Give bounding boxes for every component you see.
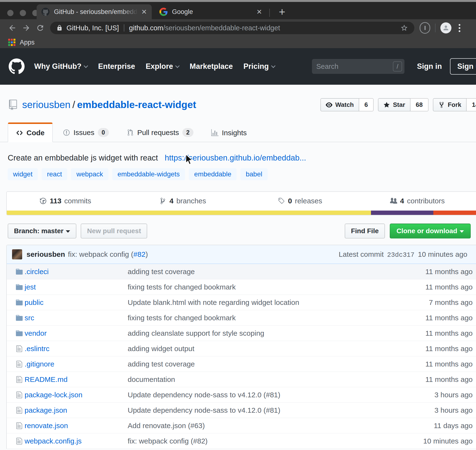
commit-message-link[interactable]: fixing tests for changed bookmark	[128, 283, 401, 291]
browser-tab-google[interactable]: Google ✕	[155, 4, 267, 19]
commit-sha-link[interactable]: 23dc317	[386, 251, 416, 259]
commit-message-link[interactable]: adding widget output	[128, 345, 401, 353]
file-icon	[14, 360, 25, 368]
commit-author-link[interactable]: seriousben	[26, 250, 65, 258]
github-nav-links: Why GitHub?EnterpriseExploreMarketplaceP…	[34, 62, 275, 71]
commit-message-link[interactable]: adding test coverage	[128, 268, 401, 276]
table-row: package-lock.jsonUpdate dependency node-…	[7, 387, 476, 403]
browser-menu-icon[interactable]	[457, 22, 462, 34]
tab-insights[interactable]: Insights	[204, 124, 254, 142]
topic-babel[interactable]: babel	[240, 168, 268, 180]
repo-owner-link[interactable]: seriousben	[22, 99, 71, 110]
repo-website-link[interactable]: https://seriousben.github.io/embeddab...	[165, 153, 306, 162]
address-bar[interactable]: GitHub, Inc. [US] github.com/seriousben/…	[50, 22, 414, 34]
github-search[interactable]: /	[312, 59, 404, 74]
commit-message-link[interactable]: fixing tests for changed bookmark	[128, 314, 401, 322]
file-name-link[interactable]: vendor	[25, 329, 128, 337]
window-controls[interactable]	[7, 10, 39, 16]
folder-icon	[14, 268, 25, 276]
nav-item-why-github[interactable]: Why GitHub?	[34, 62, 87, 71]
search-shortcut-badge: /	[393, 61, 402, 71]
file-name-link[interactable]: README.md	[25, 375, 128, 384]
file-age: 11 months ago	[401, 329, 476, 337]
nav-item-explore[interactable]: Explore	[146, 62, 179, 71]
watch-button[interactable]: Watch	[320, 98, 359, 111]
fork-count[interactable]: 14	[467, 98, 476, 111]
browser-tab-github[interactable]: GitHub - seriousben/embeddal ✕	[37, 4, 152, 19]
stat-branches[interactable]: 4branches	[124, 197, 241, 205]
topic-embeddable-widgets[interactable]: embeddable-widgets	[112, 168, 185, 180]
browser-toolbar: GitHub, Inc. [US] github.com/seriousben/…	[0, 19, 476, 37]
nav-item-marketplace[interactable]: Marketplace	[190, 62, 233, 71]
file-name-link[interactable]: package-lock.json	[25, 391, 128, 399]
nav-item-enterprise[interactable]: Enterprise	[98, 62, 135, 71]
tab-pull-requests[interactable]: Pull requests2	[119, 123, 201, 142]
repo-name-link[interactable]: embeddable-react-widget	[77, 99, 196, 110]
branch-selector[interactable]: Branch: master	[8, 224, 76, 238]
file-age: 11 months ago	[401, 345, 476, 353]
window-close-button[interactable]	[7, 10, 13, 16]
commit-message-link[interactable]: adding test coverage	[128, 360, 401, 368]
commit-message-link[interactable]: fix: webpack config (#82)	[128, 437, 401, 445]
forward-icon[interactable]	[19, 21, 33, 35]
stat-commits[interactable]: 113commits	[7, 197, 124, 205]
commit-message-link[interactable]: Update dependency node-sass to v4.12.0 (…	[128, 406, 401, 414]
file-icon	[14, 422, 25, 430]
tab-close-icon[interactable]: ✕	[257, 8, 262, 16]
stat-contributors[interactable]: 4contributors	[359, 197, 476, 205]
clone-or-download-button[interactable]: Clone or download	[390, 224, 471, 238]
commit-message-link[interactable]: Update dependency node-sass to v4.12.0 (…	[128, 391, 401, 399]
file-name-link[interactable]: renovate.json	[25, 422, 128, 430]
file-name-link[interactable]: .circleci	[25, 268, 128, 276]
pr-link[interactable]: #82	[133, 250, 145, 258]
file-name-link[interactable]: .gitignore	[25, 360, 128, 368]
window-minimize-button[interactable]	[20, 10, 26, 16]
repo-topics: widgetreactwebpackembeddable-widgetsembe…	[0, 162, 476, 180]
apps-grid-icon[interactable]	[8, 39, 15, 46]
github-logo-icon[interactable]	[9, 58, 25, 74]
file-name-link[interactable]: jest	[25, 283, 128, 291]
github-favicon-icon	[41, 8, 50, 16]
file-name-link[interactable]: src	[25, 314, 128, 322]
tab-issues[interactable]: Issues0	[55, 123, 117, 142]
topic-widget[interactable]: widget	[8, 168, 38, 180]
find-file-button[interactable]: Find File	[345, 224, 385, 238]
commit-message-link[interactable]: Add renovate.json (#63)	[128, 422, 401, 430]
new-pull-request-button[interactable]: New pull request	[81, 224, 147, 238]
tab-close-icon[interactable]: ✕	[141, 8, 147, 16]
commit-message[interactable]: fix: webpack config (#82)	[68, 250, 148, 258]
commit-message-link[interactable]: Update blank.html with note regarding wi…	[128, 298, 401, 307]
nav-item-pricing[interactable]: Pricing	[244, 62, 275, 71]
topic-react[interactable]: react	[42, 168, 67, 180]
star-count[interactable]: 68	[410, 98, 429, 111]
bookmark-star-icon[interactable]	[400, 24, 408, 32]
commit-message-link[interactable]: documentation	[128, 375, 401, 384]
sign-in-link[interactable]: Sign in	[417, 62, 442, 71]
watch-count[interactable]: 6	[359, 98, 374, 111]
security-chip[interactable]: GitHub, Inc. [US]	[66, 24, 119, 32]
url-text[interactable]: github.com/seriousben/embeddable-react-w…	[129, 24, 280, 32]
new-tab-button[interactable]: +	[275, 5, 289, 19]
commit-message-link[interactable]: adding cleanslate support for style scop…	[128, 329, 401, 337]
file-name-link[interactable]: webpack.config.js	[25, 437, 128, 445]
stat-releases[interactable]: 0releases	[241, 197, 359, 205]
fork-button[interactable]: Fork	[433, 98, 467, 111]
back-icon[interactable]	[5, 21, 19, 35]
apps-bookmark[interactable]: Apps	[20, 39, 35, 46]
browser-profile-avatar[interactable]	[440, 22, 451, 33]
extension-icon[interactable]	[420, 22, 430, 34]
topic-embeddable[interactable]: embeddable	[189, 168, 237, 180]
file-name-link[interactable]: .eslintrc	[25, 345, 128, 353]
clone-label: Clone or download	[397, 227, 457, 235]
language-bar[interactable]	[7, 211, 476, 215]
star-button[interactable]: Star	[378, 98, 410, 111]
topic-webpack[interactable]: webpack	[71, 168, 108, 180]
avatar[interactable]	[12, 249, 22, 259]
search-input[interactable]	[316, 63, 393, 71]
reload-icon[interactable]	[33, 21, 47, 35]
sign-up-button[interactable]: Sign up	[450, 58, 476, 75]
tab-code[interactable]: Code	[8, 122, 53, 142]
file-name-link[interactable]: public	[25, 298, 128, 307]
file-icon	[14, 376, 25, 383]
file-name-link[interactable]: package.json	[25, 406, 128, 414]
